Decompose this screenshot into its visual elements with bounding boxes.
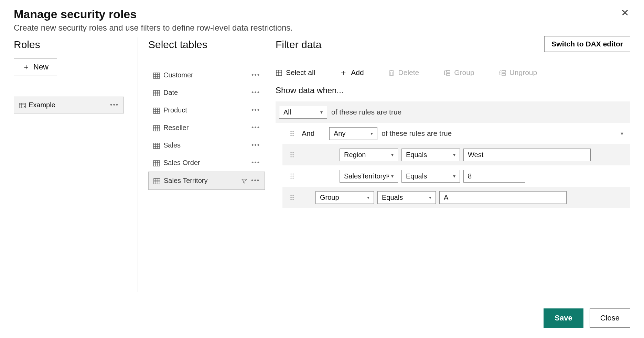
table-icon xyxy=(153,141,160,149)
column-select[interactable]: Region ▾ xyxy=(340,149,398,161)
svg-point-48 xyxy=(292,133,293,134)
switch-dax-button[interactable]: Switch to DAX editor xyxy=(544,36,630,52)
chevron-down-icon: ▾ xyxy=(391,152,394,157)
ungroup-icon xyxy=(498,68,506,77)
page-title: Manage security roles xyxy=(14,8,630,21)
svg-point-55 xyxy=(290,156,291,157)
svg-rect-42 xyxy=(447,74,450,75)
svg-rect-0 xyxy=(19,103,25,108)
quantifier-all-label: All xyxy=(283,108,291,116)
svg-rect-38 xyxy=(276,70,282,76)
table-row[interactable]: Date••• xyxy=(148,84,265,101)
chevron-down-icon: ▾ xyxy=(453,173,455,179)
rules-suffix-inner: of these rules are true xyxy=(382,129,452,138)
svg-rect-13 xyxy=(153,108,160,113)
table-label: Product xyxy=(163,106,187,114)
table-icon xyxy=(153,106,160,114)
page-subtitle: Create new security roles and use filter… xyxy=(14,23,630,33)
drag-handle-icon[interactable] xyxy=(282,194,302,200)
svg-rect-18 xyxy=(153,126,160,131)
new-role-label: New xyxy=(33,63,49,72)
svg-point-58 xyxy=(292,173,293,174)
plus-icon: ＋ xyxy=(22,62,30,72)
svg-point-59 xyxy=(290,175,291,176)
delete-button[interactable]: Delete xyxy=(388,68,419,77)
chevron-down-icon: ▾ xyxy=(320,109,323,115)
table-more-icon[interactable]: ••• xyxy=(251,107,260,114)
column-label: Group xyxy=(320,194,339,201)
trash-icon xyxy=(388,68,395,77)
table-row[interactable]: Sales Order••• xyxy=(148,154,265,172)
svg-rect-44 xyxy=(502,74,505,75)
drag-handle-icon[interactable] xyxy=(282,173,302,179)
svg-point-54 xyxy=(292,154,293,155)
collapse-chevron-icon[interactable]: ▾ xyxy=(621,130,623,137)
save-button[interactable]: Save xyxy=(544,308,583,328)
table-row[interactable]: Product••• xyxy=(148,101,265,119)
svg-point-68 xyxy=(292,199,293,200)
chevron-down-icon: ▾ xyxy=(367,195,369,200)
ungroup-label: Ungroup xyxy=(509,68,537,77)
chevron-down-icon: ▾ xyxy=(391,173,394,179)
table-row[interactable]: Sales••• xyxy=(148,137,265,154)
table-more-icon[interactable]: ••• xyxy=(251,159,260,166)
value-input[interactable]: A xyxy=(439,191,567,204)
svg-point-56 xyxy=(292,156,293,157)
table-more-icon[interactable]: ••• xyxy=(251,124,260,131)
svg-rect-33 xyxy=(154,178,160,184)
table-label: Customer xyxy=(163,71,193,79)
table-more-icon[interactable]: ••• xyxy=(251,89,260,96)
operator-select[interactable]: Equals ▾ xyxy=(401,170,460,183)
table-row[interactable]: Sales Territory••• xyxy=(148,172,265,190)
svg-point-53 xyxy=(290,154,291,155)
svg-point-45 xyxy=(290,131,291,132)
role-item-example[interactable]: Example ••• xyxy=(14,97,124,113)
close-button[interactable]: Close xyxy=(590,308,630,328)
svg-rect-23 xyxy=(153,143,160,149)
role-item-label: Example xyxy=(29,101,55,109)
add-button[interactable]: ＋ Add xyxy=(339,67,364,78)
table-row[interactable]: Customer••• xyxy=(148,66,265,84)
table-icon xyxy=(153,177,160,185)
table-icon xyxy=(153,159,160,167)
group-icon xyxy=(443,68,451,77)
svg-point-47 xyxy=(290,133,291,134)
new-role-button[interactable]: ＋ New xyxy=(14,58,57,76)
svg-point-63 xyxy=(290,195,291,196)
table-more-icon[interactable]: ••• xyxy=(251,142,260,149)
role-more-icon[interactable]: ••• xyxy=(110,101,119,109)
operator-label: Equals xyxy=(406,151,427,159)
rules-suffix: of these rules are true xyxy=(331,108,401,116)
operator-select[interactable]: Equals ▾ xyxy=(401,149,460,161)
close-icon[interactable]: ✕ xyxy=(621,8,629,18)
group-button[interactable]: Group xyxy=(443,68,474,77)
column-label: Region xyxy=(344,151,366,159)
svg-point-51 xyxy=(290,152,291,153)
quantifier-any-label: Any xyxy=(334,130,345,138)
drag-handle-icon[interactable] xyxy=(282,130,302,137)
table-label: Sales Territory xyxy=(164,177,207,185)
svg-point-64 xyxy=(292,195,293,196)
svg-rect-8 xyxy=(153,90,160,96)
column-select[interactable]: Group ▾ xyxy=(315,191,374,204)
delete-label: Delete xyxy=(398,68,419,77)
column-label: SalesTerritoryKey xyxy=(344,172,389,180)
quantifier-select-all[interactable]: All ▾ xyxy=(279,106,327,119)
operator-label: Equals xyxy=(406,172,427,180)
quantifier-select-any[interactable]: Any ▾ xyxy=(329,127,377,140)
select-all-icon xyxy=(276,68,282,77)
chevron-down-icon: ▾ xyxy=(429,195,431,200)
ungroup-button[interactable]: Ungroup xyxy=(498,68,537,77)
value-input[interactable]: 8 xyxy=(463,170,525,183)
column-select[interactable]: SalesTerritoryKey ▾ xyxy=(340,170,398,183)
operator-select[interactable]: Equals ▾ xyxy=(377,191,436,204)
value-input[interactable]: West xyxy=(463,149,591,161)
table-more-icon[interactable]: ••• xyxy=(251,72,260,79)
select-all-button[interactable]: Select all xyxy=(276,68,315,77)
drag-handle-icon[interactable] xyxy=(282,152,302,158)
table-label: Sales xyxy=(163,141,181,149)
table-more-icon[interactable]: ••• xyxy=(251,177,260,184)
table-row[interactable]: Reseller••• xyxy=(148,119,265,137)
svg-rect-3 xyxy=(153,73,160,78)
svg-point-52 xyxy=(292,152,293,153)
